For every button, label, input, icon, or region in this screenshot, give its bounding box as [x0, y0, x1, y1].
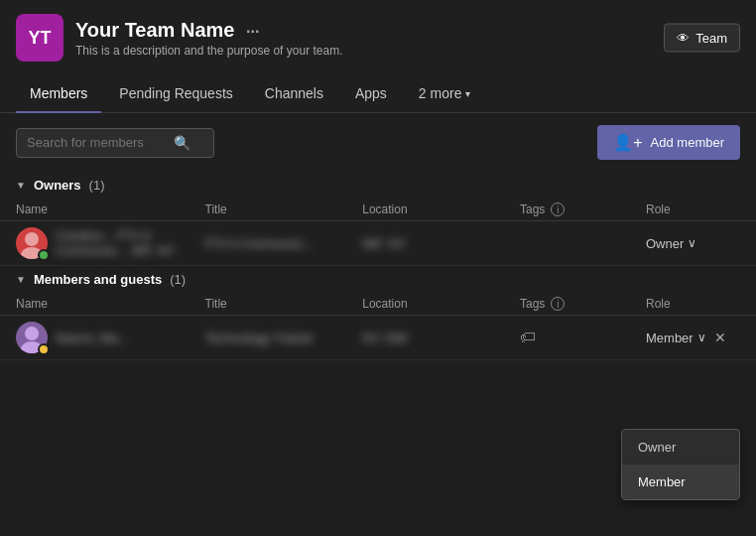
member-role-cell: Member ∨ ✕	[630, 316, 756, 360]
col-name-owner: Name	[0, 199, 189, 221]
team-avatar: YT	[16, 14, 63, 62]
owner-tags-cell	[504, 221, 630, 266]
members-chevron-icon: ▼	[16, 274, 26, 285]
members-count: (1)	[170, 272, 186, 287]
dropdown-item-owner[interactable]: Owner	[622, 430, 739, 465]
member-name: Naomi, Ma...	[56, 331, 129, 345]
tab-channels[interactable]: Channels	[251, 75, 337, 113]
team-name: Your Team Name ···	[75, 19, 740, 42]
eye-icon: 👁	[677, 31, 690, 46]
owner-role-cell: Owner ∨	[630, 221, 756, 266]
tab-apps[interactable]: Apps	[341, 75, 401, 113]
owner-name: Candice... FT# it Communic... WF, NY	[56, 228, 182, 258]
member-title-cell: Technology Trainer	[189, 316, 347, 360]
dropdown-item-member[interactable]: Member	[622, 465, 739, 499]
search-box[interactable]: 🔍	[16, 128, 214, 158]
search-icon: 🔍	[174, 135, 190, 151]
owner-name-cell: Candice... FT# it Communic... WF, NY	[0, 221, 189, 266]
tab-members[interactable]: Members	[16, 75, 101, 113]
owners-chevron-icon: ▼	[16, 180, 26, 191]
tab-more[interactable]: 2 more ▾	[405, 75, 485, 113]
chevron-down-icon: ▾	[465, 88, 470, 99]
member-location-cell: NY, NW	[346, 316, 504, 360]
team-name-dots: ···	[246, 23, 259, 40]
member-location: NY, NW	[362, 331, 407, 345]
team-description: This is a description and the purpose of…	[75, 44, 740, 58]
owner-title-cell: FT# it Communic...	[189, 221, 347, 266]
owner-role-label: Owner	[646, 236, 684, 251]
table-row: Candice... FT# it Communic... WF, NY FT#…	[0, 221, 756, 266]
tags-info-icon-member[interactable]: i	[551, 297, 565, 311]
col-tags-member: Tags i	[504, 293, 630, 316]
search-input[interactable]	[27, 135, 166, 150]
add-member-button[interactable]: 👤+ Add member	[597, 125, 740, 160]
owner-role-dropdown[interactable]: ∨	[688, 236, 696, 250]
member-title: Technology Trainer	[205, 331, 315, 345]
tags-info-icon-owner[interactable]: i	[551, 202, 565, 216]
col-tags-owner: Tags i	[504, 199, 630, 221]
owner-location: WF, NY	[362, 236, 406, 251]
members-table-header: Name Title Location Tags i Role	[0, 293, 756, 316]
header-info: Your Team Name ··· This is a description…	[75, 19, 740, 58]
table-row: Naomi, Ma... Technology Trainer NY, NW 🏷…	[0, 316, 756, 360]
tab-pending-requests[interactable]: Pending Requests	[105, 75, 246, 113]
member-role-label: Member	[646, 331, 693, 345]
add-member-label: Add member	[651, 135, 724, 150]
owner-status-badge	[38, 249, 50, 261]
col-location-member: Location	[346, 293, 504, 316]
svg-point-0	[25, 232, 39, 246]
col-role-member: Role	[630, 293, 756, 316]
member-tag-icon: 🏷	[520, 329, 536, 345]
col-title-member: Title	[189, 293, 347, 316]
owner-avatar-wrap	[16, 227, 48, 259]
member-role-dropdown[interactable]: ∨	[697, 331, 706, 344]
member-name-cell: Naomi, Ma...	[0, 316, 189, 360]
members-section-header[interactable]: ▼ Members and guests (1)	[0, 266, 756, 293]
col-role-owner: Role	[630, 199, 756, 221]
members-label: Members and guests	[34, 272, 162, 287]
owners-label: Owners	[34, 178, 81, 193]
member-remove-button[interactable]: ✕	[710, 330, 730, 345]
team-button-label: Team	[695, 31, 727, 46]
nav-tabs: Members Pending Requests Channels Apps 2…	[0, 75, 756, 113]
team-button[interactable]: 👁 Team	[664, 24, 740, 53]
owners-table-header: Name Title Location Tags i Role	[0, 199, 756, 221]
toolbar: 🔍 👤+ Add member	[0, 113, 756, 172]
role-dropdown-menu: Owner Member	[621, 429, 740, 500]
member-tags-cell: 🏷	[504, 316, 630, 360]
member-status-badge	[38, 343, 50, 355]
add-member-icon: 👤+	[613, 133, 642, 152]
member-avatar-wrap	[16, 322, 48, 353]
owners-section-header[interactable]: ▼ Owners (1)	[0, 172, 756, 199]
owners-table: Name Title Location Tags i Role	[0, 199, 756, 266]
members-table: Name Title Location Tags i Role	[0, 293, 756, 360]
header: YT Your Team Name ··· This is a descript…	[0, 0, 756, 75]
owner-location-cell: WF, NY	[346, 221, 504, 266]
col-title-owner: Title	[189, 199, 347, 221]
svg-point-2	[25, 327, 39, 340]
col-location-owner: Location	[346, 199, 504, 221]
col-name-member: Name	[0, 293, 189, 316]
owner-title: FT# it Communic...	[205, 236, 315, 251]
owners-count: (1)	[89, 178, 105, 193]
